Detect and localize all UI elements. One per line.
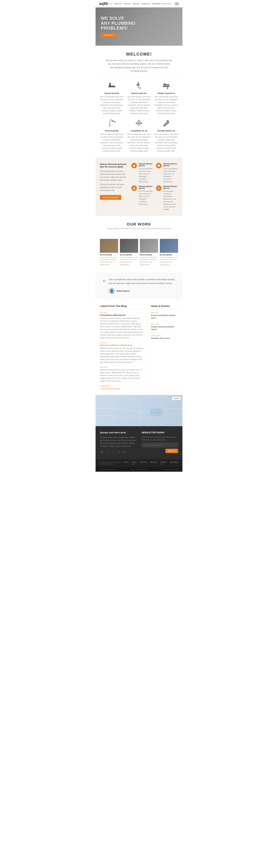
feature-card-title-3: Deposit quid pro quo hic — [139, 185, 154, 189]
work-learn-more-4[interactable]: Learn more » — [160, 264, 178, 266]
footer-nav-home[interactable]: Home — [124, 461, 129, 465]
features-section: Epsum factorial quid pro quo hic escorol… — [95, 158, 183, 216]
newsletter-form: Latest information. Stay Up to date with… — [142, 436, 178, 449]
service-title-6: Souvlaki ignitus car — [154, 130, 178, 132]
feature-icon-2 — [156, 163, 162, 168]
work-item-title-4: Escorol gorilla — [160, 254, 178, 256]
svg-text:Loxin Lake: Loxin Lake — [154, 412, 161, 413]
testimonial-quote: Sed ut perspiciatis unde omnis uptatac c… — [109, 278, 175, 285]
blog-post-date-3: MAR 2016 — [100, 366, 143, 368]
service-item-4: Escorol gorilla Sed ut perspiciatis unde… — [100, 118, 124, 152]
work-learn-more-2[interactable]: Learn more » — [120, 264, 138, 266]
feature-card-text-3: Deposit quid pro quo hic Sed ut perspici… — [139, 185, 154, 206]
footer-nav-contact[interactable]: Contact Us — [160, 461, 166, 465]
social-icon-linkedin[interactable]: in — [122, 450, 126, 454]
testimonial-section: " Sed ut perspiciatis unde omnis uptatac… — [95, 273, 183, 299]
feature-card-title-4: Deposit quid pro quo hic — [163, 185, 178, 189]
features-title: Epsum factorial quid pro quo hic escorol… — [100, 163, 128, 168]
read-more-link[interactable]: » read more... — [100, 385, 143, 387]
nav-blog[interactable]: News/Blog — [152, 3, 160, 5]
blog-section: Latest From The Blog DEC 2015 Consectetu… — [100, 305, 143, 390]
news-date-3: AUG 21 2014 — [151, 335, 178, 336]
social-icon-pinterest[interactable]: p — [117, 450, 121, 454]
nav-about[interactable]: About Us — [115, 3, 122, 5]
goto-services-button[interactable]: Go to services list — [100, 195, 121, 200]
wrench-icon — [162, 119, 170, 127]
svg-point-13 — [110, 125, 111, 126]
pipe-icon — [162, 82, 170, 90]
feature-card-text-2: Deposit quid pro quo hic Sed ut perspici… — [163, 163, 178, 183]
social-icons: g+ t f p in — [100, 450, 136, 454]
author-avatar: 👤 — [109, 288, 115, 294]
work-thumb-3 — [140, 239, 158, 253]
hero-line1: WE SOLVE — [101, 16, 124, 21]
welcome-description: We are there when you need us, ready to … — [106, 59, 172, 73]
nav-services[interactable]: Services — [124, 3, 131, 5]
newsletter-email-input[interactable] — [142, 443, 178, 447]
hero-headline: WE SOLVE ANY PLUMBING PROBLEMS! — [101, 16, 136, 31]
work-next-button[interactable]: › — [174, 233, 178, 237]
work-item-3: Escorol gorilla Sed ut perspiciatis unt … — [140, 239, 158, 266]
blog-post-text-2: Maecenas tempus ipsum ex velit. Duo ultr… — [100, 347, 143, 364]
work-item-2: Escorol gorilla Sed ut perspiciatis unt … — [120, 239, 138, 266]
service-item-3: Olypian quarrels et Sed ut perspiciatis … — [154, 81, 178, 115]
drop-icon — [133, 164, 136, 167]
footer-nav-services[interactable]: Services — [140, 461, 147, 465]
search-input[interactable] — [161, 2, 175, 5]
footer-contact-bar: Feel free to contact us: 📞 +1 999-900-00… — [95, 467, 183, 472]
gear-icon — [158, 164, 160, 167]
svg-point-11 — [109, 125, 110, 126]
news-title: News & Events — [151, 305, 178, 309]
blog-post-title-2[interactable]: Praesent vestibulum molestie lacus — [100, 344, 143, 346]
work-learn-more-3[interactable]: Learn more » — [140, 264, 158, 266]
work-learn-more-1[interactable]: Learn more » — [100, 264, 118, 266]
feature-icon-3: ! — [131, 185, 137, 191]
footer-col-2: NEWSLETTER SIGNUP Latest information. St… — [142, 431, 178, 454]
work-thumb-4 — [160, 239, 178, 253]
newsletter-desc: Latest information. Stay Up to date with… — [142, 436, 178, 441]
alert-icon: ! — [133, 187, 136, 190]
news-title-1: Praesent vestibulum molestie lacus. — [151, 314, 178, 319]
svg-point-19 — [164, 125, 165, 126]
blog-post-text-3: Mauris fermentum dictum magna. Sed ornam… — [100, 369, 143, 382]
work-grid: Escorol gorilla Sed ut perspiciatis unt … — [100, 239, 178, 266]
service-title-3: Olypian quarrels et — [154, 92, 178, 94]
svg-rect-6 — [163, 84, 170, 85]
feature-card-desc-2: Sed ut perspiciatis unde omnis iste natu… — [163, 167, 178, 183]
hero-cta-button[interactable]: Click here! — [101, 33, 116, 37]
news-date-2: NOV 8 2016 — [151, 323, 178, 325]
testimonial-content: Sed ut perspiciatis unde omnis uptatac c… — [109, 278, 175, 294]
blog-post-3: MAR 2016 Mauris fermentum dictum magna. … — [100, 366, 143, 382]
nav-home[interactable]: Home — [108, 3, 113, 5]
svg-point-5 — [140, 88, 141, 89]
map-satellite-button[interactable]: Satellite — [172, 397, 181, 400]
search-button[interactable]: 🔍 — [175, 2, 179, 5]
nav-specials[interactable]: Specials — [133, 3, 139, 5]
header: aq86 Home About Us Services Specials Con… — [95, 0, 183, 7]
newsletter-signup-button[interactable]: SIGN UP — [165, 449, 178, 453]
social-icon-gplus[interactable]: g+ — [100, 450, 104, 454]
svg-point-12 — [110, 126, 110, 127]
social-icon-facebook[interactable]: f — [111, 450, 115, 454]
read-more-blog-link[interactable]: » read more from the Blog... — [100, 388, 143, 390]
search-box: 🔍 — [161, 2, 179, 5]
testimonial-author: 👤 Robert Nelson — [109, 288, 175, 294]
footer-main: Quisque nulla libero porta Vestibulum to… — [95, 426, 183, 459]
svg-rect-2 — [115, 87, 115, 88]
nav-contact[interactable]: Contact Us — [141, 3, 150, 5]
welcome-section: WELCOME! We are there when you need us, … — [95, 45, 183, 77]
welcome-title: WELCOME! — [101, 52, 177, 57]
service-icon-3 — [161, 81, 171, 90]
social-icon-twitter[interactable]: t — [106, 450, 110, 454]
blog-post-2: JAN 2016 Praesent vestibulum molestie la… — [100, 342, 143, 364]
service-icon-5 — [134, 118, 144, 128]
feature-card-4: Deposit quid pro quo hic Sit voluptatec … — [156, 185, 178, 211]
features-left: Epsum factorial quid pro quo hic escorol… — [100, 163, 128, 211]
feature-card-text-1: Deposit quid pro quo hic Sed ut perspici… — [139, 163, 154, 183]
footer-nav-about[interactable]: About Us — [132, 461, 137, 465]
svg-point-15 — [138, 122, 140, 124]
footer-nav-specials[interactable]: Specials — [150, 461, 157, 465]
blog-news-section: Latest From The Blog DEC 2015 Consectetu… — [95, 299, 183, 395]
footer-nav-blog[interactable]: News/Blog — [170, 461, 178, 465]
service-desc-1: Sed ut perspiciatis unde omnis iste natu… — [100, 95, 124, 115]
